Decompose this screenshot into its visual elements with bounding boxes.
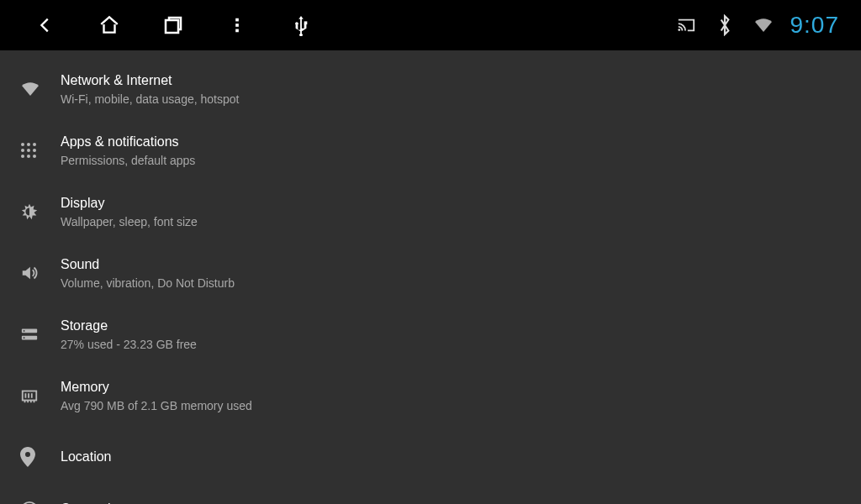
svg-point-15 [33,155,36,158]
wifi-indicator[interactable] [752,13,775,37]
home-button[interactable] [98,13,121,37]
setting-title: Sound [61,256,841,274]
back-button[interactable] [34,13,57,37]
setting-title: Network & Internet [61,72,841,90]
svg-point-9 [33,143,36,146]
setting-subtitle: Wallpaper, sleep, font size [61,214,841,229]
location-pin-icon [20,447,61,467]
cast-icon [677,17,695,34]
setting-text: Memory Avg 790 MB of 2.1 GB memory used [61,379,841,413]
setting-subtitle: 27% used - 23.23 GB free [61,337,841,352]
cast-indicator[interactable] [674,13,698,37]
setting-title: Memory [61,379,841,396]
setting-apps-notifications[interactable]: Apps & notifications Permissions, defaul… [0,120,861,181]
setting-network-internet[interactable]: Network & Internet Wi-Fi, mobile, data u… [0,59,861,120]
usb-indicator[interactable] [289,13,313,37]
svg-point-14 [27,155,30,158]
brightness-icon [20,202,61,221]
setting-storage[interactable]: Storage 27% used - 23.23 GB free [0,304,861,365]
settings-list: Network & Internet Wi-Fi, mobile, data u… [0,50,861,504]
svg-rect-2 [235,24,239,27]
recents-icon [163,15,183,35]
svg-rect-5 [304,21,308,24]
setting-title: Location [61,449,841,466]
setting-text: Display Wallpaper, sleep, font size [61,195,841,229]
setting-subtitle: Wi-Fi, mobile, data usage, hotspot [61,92,841,107]
svg-point-11 [27,149,30,152]
bluetooth-icon [717,14,732,36]
setting-car-settings[interactable]: Car settings [0,487,861,504]
menu-dots-icon [228,16,246,34]
svg-point-18 [24,330,25,332]
setting-text: Network & Internet Wi-Fi, mobile, data u… [61,72,841,107]
setting-subtitle: Avg 790 MB of 2.1 GB memory used [61,398,841,413]
setting-title: Display [61,195,841,213]
svg-rect-3 [235,29,239,33]
wifi-icon [20,81,61,97]
setting-text: Apps & notifications Permissions, defaul… [61,134,841,168]
svg-point-19 [24,338,25,339]
setting-location[interactable]: Location [0,427,861,487]
bluetooth-indicator[interactable] [713,13,737,37]
svg-point-4 [295,22,298,25]
wifi-icon [753,17,774,34]
svg-point-12 [33,149,36,152]
setting-memory[interactable]: Memory Avg 790 MB of 2.1 GB memory used [0,365,861,427]
setting-title: Apps & notifications [61,134,841,151]
setting-text: Car settings [61,501,841,504]
svg-point-6 [678,29,680,31]
memory-icon [20,388,61,403]
setting-subtitle: Permissions, default apps [61,153,841,168]
svg-rect-0 [166,20,178,33]
apps-grid-icon [20,142,61,159]
svg-point-8 [27,143,30,146]
system-navbar: 9:07 [0,0,861,50]
svg-point-7 [21,143,24,146]
steering-wheel-icon [20,501,61,504]
recents-button[interactable] [161,13,185,37]
setting-text: Location [61,449,841,466]
volume-icon [20,264,61,282]
usb-icon [292,14,310,36]
setting-sound[interactable]: Sound Volume, vibration, Do Not Disturb [0,243,861,304]
setting-display[interactable]: Display Wallpaper, sleep, font size [0,181,861,243]
setting-text: Sound Volume, vibration, Do Not Disturb [61,256,841,291]
setting-title: Car settings [61,501,841,504]
clock[interactable]: 9:07 [790,12,840,39]
setting-text: Storage 27% used - 23.23 GB free [61,318,841,352]
home-icon [98,14,120,36]
storage-icon [20,327,61,342]
svg-point-10 [21,149,24,152]
svg-point-13 [21,155,24,158]
setting-title: Storage [61,318,841,335]
svg-rect-1 [235,18,239,22]
menu-button[interactable] [225,13,249,37]
nav-left-group [13,13,313,37]
setting-subtitle: Volume, vibration, Do Not Disturb [61,276,841,291]
nav-right-group: 9:07 [674,12,848,39]
back-icon [36,16,55,34]
